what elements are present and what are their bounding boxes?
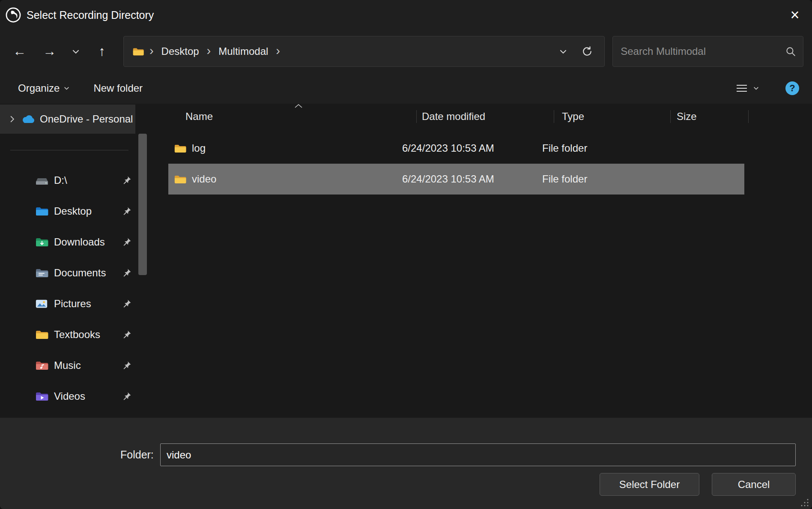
file-row-video[interactable]: video 6/24/2023 10:53 AM File folder — [168, 164, 744, 195]
organize-button[interactable]: Organize — [18, 82, 69, 94]
new-folder-button[interactable]: New folder — [93, 82, 143, 94]
address-bar[interactable]: › Desktop › Multimodal › — [123, 36, 605, 67]
drive-icon — [35, 175, 49, 186]
sidebar-item-textbooks[interactable]: Textbooks — [0, 319, 137, 350]
pin-icon — [122, 299, 132, 309]
sidebar-divider — [10, 150, 128, 150]
breadcrumb-chevron-icon[interactable]: › — [203, 45, 215, 59]
pictures-icon — [35, 298, 49, 309]
column-header-name[interactable]: Name — [149, 104, 417, 129]
file-list-area: Name Date modified Type Size log — [149, 104, 812, 418]
sidebar-item-label: Videos — [54, 390, 85, 402]
downloads-folder-icon — [35, 237, 49, 248]
folder-field-label: Folder: — [120, 449, 154, 461]
breadcrumb-chevron-icon[interactable]: › — [272, 45, 284, 59]
details-view-icon — [735, 83, 748, 94]
navigation-pane: OneDrive - Personal D:\ — [0, 104, 137, 418]
videos-folder-icon — [35, 391, 49, 402]
column-header-row: Name Date modified Type Size — [149, 104, 812, 129]
folder-icon — [132, 47, 144, 57]
back-button[interactable]: ← — [6, 39, 33, 64]
folder-icon — [174, 143, 187, 154]
chevron-down-icon — [559, 49, 567, 54]
title-bar: Select Recording Directory × — [0, 0, 812, 30]
pin-icon — [122, 237, 132, 247]
obs-logo-icon — [5, 7, 21, 23]
chevron-down-icon — [64, 87, 69, 90]
sidebar-item-onedrive[interactable]: OneDrive - Personal — [0, 105, 135, 134]
folder-name-input[interactable] — [160, 443, 796, 466]
dialog-footer: Folder: Select Folder Cancel — [0, 418, 812, 509]
sidebar-item-label: Documents — [54, 267, 106, 279]
pin-icon — [122, 391, 132, 401]
pin-icon — [122, 268, 132, 278]
expand-chevron-icon[interactable] — [9, 115, 15, 123]
sidebar-item-videos[interactable]: Videos — [0, 381, 137, 412]
organize-label: Organize — [18, 82, 60, 94]
date-modified-cell: 6/24/2023 10:53 AM — [402, 173, 542, 185]
close-button[interactable]: × — [778, 0, 812, 30]
file-name: log — [192, 142, 206, 154]
pin-icon — [122, 175, 132, 186]
new-folder-label: New folder — [93, 82, 143, 94]
up-button[interactable]: ↑ — [88, 39, 116, 64]
file-rows: log 6/24/2023 10:53 AM File folder — [168, 133, 744, 195]
sidebar-item-downloads[interactable]: Downloads — [0, 227, 137, 257]
command-toolbar: Organize New folder ? — [0, 73, 812, 104]
sidebar-item-label: Music — [54, 359, 81, 371]
name-cell: video — [168, 173, 402, 185]
file-row-log[interactable]: log 6/24/2023 10:53 AM File folder — [168, 133, 744, 164]
window-title: Select Recording Directory — [27, 9, 154, 21]
column-header-date-modified[interactable]: Date modified — [417, 104, 554, 129]
sidebar-item-label: Textbooks — [54, 329, 100, 341]
sidebar-item-label: OneDrive - Personal — [40, 113, 133, 125]
search-icon — [785, 46, 796, 57]
column-header-type[interactable]: Type — [554, 104, 671, 129]
forward-button[interactable]: → — [36, 39, 63, 64]
sidebar-item-label: Downloads — [54, 236, 105, 248]
help-button[interactable]: ? — [785, 81, 799, 95]
file-name: video — [192, 173, 216, 185]
address-dropdown-button[interactable] — [551, 39, 575, 63]
column-header-size[interactable]: Size — [671, 104, 749, 129]
sidebar-item-d-drive[interactable]: D:\ — [0, 165, 137, 196]
documents-folder-icon — [35, 267, 49, 278]
date-modified-cell: 6/24/2023 10:53 AM — [402, 142, 542, 154]
desktop-folder-icon — [35, 206, 49, 217]
sidebar-item-desktop[interactable]: Desktop — [0, 196, 137, 227]
folder-icon — [35, 329, 49, 340]
pin-icon — [122, 360, 132, 371]
sidebar-item-documents[interactable]: Documents — [0, 257, 137, 288]
cancel-button[interactable]: Cancel — [712, 473, 796, 496]
pinned-items-list: D:\ Desktop — [0, 165, 137, 412]
sidebar-item-music[interactable]: Music — [0, 350, 137, 381]
select-recording-directory-dialog: Select Recording Directory × ← → ↑ › Des… — [0, 0, 812, 509]
breadcrumb-chevron-icon[interactable]: › — [146, 45, 157, 59]
view-dropdown-button[interactable] — [753, 87, 759, 90]
resize-grip[interactable] — [800, 498, 809, 507]
pin-icon — [122, 206, 132, 216]
search-input[interactable] — [621, 45, 785, 57]
change-view-button[interactable] — [735, 83, 748, 94]
sidebar-item-label: Pictures — [54, 298, 91, 310]
sidebar-scrollbar[interactable] — [137, 104, 149, 418]
scrollbar-thumb[interactable] — [138, 134, 147, 275]
search-box — [612, 36, 803, 67]
refresh-icon — [581, 45, 593, 57]
navigation-bar: ← → ↑ › Desktop › Multimodal › — [0, 30, 812, 73]
sidebar-item-label: D:\ — [54, 174, 67, 186]
music-folder-icon — [35, 360, 49, 371]
chevron-down-icon — [753, 87, 759, 90]
name-cell: log — [168, 142, 402, 154]
breadcrumb-multimodal[interactable]: Multimodal — [214, 43, 272, 60]
onedrive-cloud-icon — [21, 114, 35, 124]
sidebar-item-label: Desktop — [54, 205, 92, 217]
type-cell: File folder — [542, 142, 671, 154]
recent-locations-dropdown-button[interactable] — [66, 39, 86, 64]
breadcrumb-desktop[interactable]: Desktop — [157, 43, 203, 60]
folder-icon — [174, 174, 187, 185]
refresh-button[interactable] — [575, 39, 599, 63]
select-folder-button[interactable]: Select Folder — [600, 473, 699, 496]
sidebar-item-pictures[interactable]: Pictures — [0, 288, 137, 319]
view-options-group — [735, 83, 759, 94]
